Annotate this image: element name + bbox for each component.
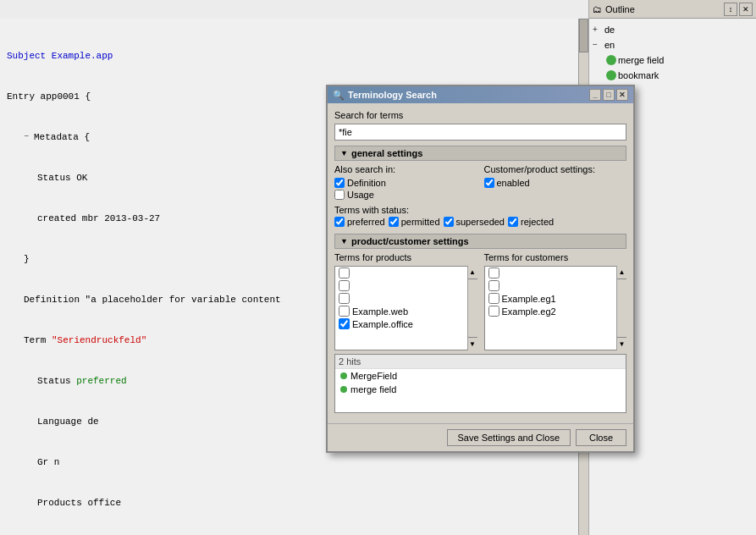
customer-checkbox-exeg1[interactable] <box>488 293 499 304</box>
customers-scrollbar[interactable]: ▲ ▼ <box>616 266 626 350</box>
customers-scroll-up[interactable]: ▲ <box>617 266 626 279</box>
tree-item-bookmark[interactable]: bookmark <box>593 68 753 83</box>
cb-rejected-row: rejected <box>508 217 554 227</box>
also-search-col: Also search in: Definition Usage <box>334 164 477 201</box>
term-label: Term <box>24 334 52 347</box>
product-item-exweb: Example.web <box>335 305 477 317</box>
products-scrollbar[interactable]: ▲ ▼ <box>467 266 477 350</box>
result-item-mergefield2: merge field <box>335 383 626 396</box>
product-item-1 <box>335 267 477 279</box>
customer-checkbox-1[interactable] <box>488 268 499 279</box>
rejected-checkbox[interactable] <box>508 217 518 227</box>
general-settings-row1: Also search in: Definition Usage Custome… <box>334 164 626 201</box>
customer-item-1 <box>485 267 626 279</box>
cb-superseded-row: superseded <box>444 217 505 227</box>
general-settings-header[interactable]: ▼ general settings <box>334 146 626 161</box>
product-checkbox-1[interactable] <box>339 268 350 279</box>
result-label-1: MergeField <box>350 371 397 381</box>
customer-item-exeg2: Example.eg2 <box>485 305 626 317</box>
superseded-checkbox[interactable] <box>444 217 454 227</box>
product-label-exweb: Example.web <box>352 306 408 317</box>
preferred-checkbox[interactable] <box>334 217 345 227</box>
enabled-checkbox[interactable] <box>484 178 494 188</box>
outline-tree: + de − en merge field bookmark <box>589 19 756 86</box>
editor-line-10: Gr n <box>7 455 582 469</box>
products-scroll-up[interactable]: ▲ <box>468 266 477 279</box>
product-checkbox-3[interactable] <box>339 293 350 304</box>
usage-checkbox[interactable] <box>334 190 345 200</box>
customer-checkbox-2[interactable] <box>488 280 499 291</box>
products-col: Terms for products <box>334 252 477 350</box>
outline-icon: 🗂 <box>593 4 602 14</box>
close-button[interactable]: Close <box>576 429 626 446</box>
outline-close-btn[interactable]: ✕ <box>739 3 753 16</box>
tree-toggle-de[interactable]: + <box>593 22 603 37</box>
preferred-label: preferred <box>347 217 385 227</box>
line-text: } <box>24 252 30 266</box>
customers-list-label: Terms for customers <box>484 252 627 262</box>
modal-minimize-btn[interactable]: _ <box>589 89 601 101</box>
products-scroll-down[interactable]: ▼ <box>468 337 477 350</box>
products-listbox[interactable]: Example.web Example.office <box>334 266 477 350</box>
definition-checkbox[interactable] <box>334 178 345 188</box>
customer-checkbox-exeg2[interactable] <box>488 306 499 317</box>
scrollbar-thumb[interactable] <box>579 19 588 52</box>
tree-dot-merge-field <box>606 55 616 65</box>
customer-item-2 <box>485 279 626 292</box>
customers-listbox[interactable]: Example.eg1 Example.eg2 <box>484 266 627 350</box>
modal-title: Terminology Search <box>348 90 437 100</box>
superseded-label: superseded <box>456 217 505 227</box>
outline-sort-btn[interactable]: ↕ <box>724 3 737 16</box>
search-input[interactable] <box>334 124 626 141</box>
tree-label-bookmark: bookmark <box>618 68 659 83</box>
line-text: Metadata { <box>34 130 90 144</box>
modal-footer: Save Settings and Close Close <box>328 423 633 451</box>
line-text-def: Definition "a placeholder for variable c… <box>24 293 281 306</box>
product-checkbox-exoffice[interactable] <box>339 318 350 329</box>
tree-item-en[interactable]: − en <box>593 37 753 52</box>
product-checkbox-2[interactable] <box>339 280 350 291</box>
enabled-label: enabled <box>497 178 530 188</box>
modal-close-btn[interactable]: ✕ <box>616 89 628 101</box>
modal-window-controls: _ □ ✕ <box>589 89 628 101</box>
product-customer-lists: Terms for products <box>334 252 626 350</box>
outline-title: Outline <box>605 4 635 14</box>
cb-definition-row: Definition <box>334 178 477 188</box>
tree-toggle-en[interactable]: − <box>593 37 603 52</box>
product-checkbox-exweb[interactable] <box>339 306 350 317</box>
result-item-mergefield: MergeField <box>335 369 626 383</box>
modal-titlebar: 🔍 Terminology Search _ □ ✕ <box>328 86 633 103</box>
results-section: 2 hits MergeField merge field <box>334 354 626 413</box>
modal-maximize-btn[interactable]: □ <box>603 89 615 101</box>
result-dot-2 <box>340 386 347 393</box>
usage-label: Usage <box>347 190 374 200</box>
line-text: Products office <box>37 496 121 510</box>
product-item-exoffice: Example.office <box>335 317 477 330</box>
general-settings-label: general settings <box>351 148 422 158</box>
save-settings-button[interactable]: Save Settings and Close <box>447 429 571 446</box>
product-customer-label: product/customer settings <box>351 236 469 246</box>
editor-subject-line: Subject Example.app <box>7 49 582 63</box>
rejected-label: rejected <box>521 217 554 227</box>
tree-item-merge-field[interactable]: merge field <box>593 52 753 68</box>
tree-item-de[interactable]: + de <box>593 22 753 37</box>
also-search-label: Also search in: <box>334 164 477 174</box>
customer-label-exeg2: Example.eg2 <box>502 306 556 317</box>
permitted-checkbox[interactable] <box>389 217 399 227</box>
result-label-2: merge field <box>350 384 396 394</box>
customers-col: Terms for customers <box>484 252 627 350</box>
customers-list-container: Example.eg1 Example.eg2 ▲ ▼ <box>484 266 627 350</box>
line-text: Entry app0001 { <box>7 90 91 103</box>
tree-label-de: de <box>604 22 615 37</box>
general-arrow-icon: ▼ <box>340 149 348 157</box>
customers-scroll-down[interactable]: ▼ <box>617 337 626 350</box>
tree-label-en: en <box>604 37 615 52</box>
status-checkboxes: preferred permitted superseded rejected <box>334 217 626 229</box>
toggle-icon[interactable]: − <box>24 130 32 144</box>
product-item-3 <box>335 292 477 305</box>
cb-usage-row: Usage <box>334 190 477 200</box>
permitted-label: permitted <box>401 217 440 227</box>
editor-line-11: Products office <box>7 496 582 510</box>
product-customer-header[interactable]: ▼ product/customer settings <box>334 234 626 249</box>
customer-product-col: Customer/product settings: enabled <box>484 164 627 201</box>
